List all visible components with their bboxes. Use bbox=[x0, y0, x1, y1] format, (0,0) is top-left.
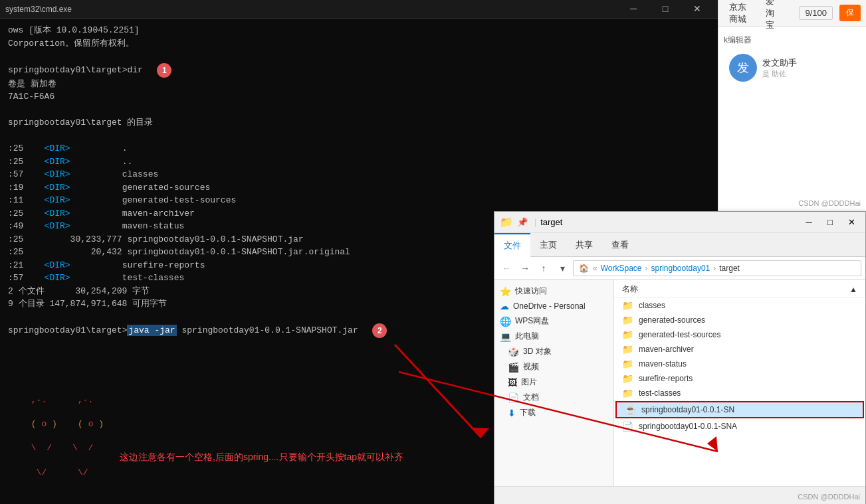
downloads-label: 下载 bbox=[520, 407, 536, 418]
cmd-line-dir-header: springbootday01\target 的目录 bbox=[8, 116, 710, 129]
send-title: 发文助手 bbox=[762, 57, 797, 69]
avatar-label: 发 bbox=[737, 60, 749, 76]
cmd-close-button[interactable]: ✕ bbox=[682, 0, 712, 19]
fe-main: 名称 ▲ 📁 classes 📁 generated-sources 📁 gen… bbox=[614, 280, 865, 486]
fe-address-path[interactable]: 🏠 « WorkSpace › springbootday01 › target bbox=[573, 260, 861, 276]
fe-file-maven-arch[interactable]: 📁 maven-archiver bbox=[614, 342, 865, 357]
cmd-line-1: ows [版本 10.0.19045.2251] bbox=[8, 24, 710, 37]
fe-back-button[interactable]: ← bbox=[498, 260, 514, 276]
dir-tag-3: <DIR> bbox=[45, 169, 70, 179]
fe-path-sep2: › bbox=[645, 264, 648, 273]
fe-sidebar-pictures[interactable]: 🖼 图片 bbox=[494, 375, 613, 390]
jd-tab[interactable]: 京东商城 bbox=[724, 0, 754, 28]
jar-main-icon: ☕ bbox=[625, 404, 636, 415]
fe-file-maven-stat-label: maven-status bbox=[639, 359, 687, 369]
fe-body: ⭐ 快速访问 ☁ OneDrive - Personal 🌐 WPS网盘 💻 此… bbox=[494, 280, 865, 486]
browser-content: k编辑器 发 发文助手 是 助佐 CSDN @DDDDHai bbox=[718, 27, 866, 92]
fe-addressbar: ← → ↑ ▾ 🏠 « WorkSpace › springbootday01 … bbox=[494, 257, 865, 280]
fe-file-gen-test-label: generated-test-sources bbox=[639, 330, 720, 339]
cmd-line-classes: :57 <DIR> classes bbox=[8, 168, 710, 181]
dir-tag-1: <DIR> bbox=[45, 143, 70, 153]
dir-tag-5: <DIR> bbox=[45, 195, 70, 205]
pictures-label: 图片 bbox=[521, 377, 537, 388]
cmd-line-blank2 bbox=[8, 129, 710, 143]
cmd-line-serial: 7A1C-F6A6 bbox=[8, 90, 710, 104]
onedrive-label: OneDrive - Personal bbox=[513, 301, 586, 311]
cmd-titlebar-buttons: ─ □ ✕ bbox=[618, 0, 712, 19]
cmd-line-blank1 bbox=[8, 104, 710, 117]
fe-file-jar-orig[interactable]: 📄 springbootday01-0.0.1-SNA bbox=[614, 419, 865, 434]
cmd-maximize-button[interactable]: □ bbox=[650, 0, 681, 19]
fe-file-classes[interactable]: 📁 classes bbox=[614, 298, 865, 313]
fe-file-gen-test[interactable]: 📁 generated-test-sources bbox=[614, 327, 865, 342]
folder-gen-test-icon: 📁 bbox=[622, 329, 633, 340]
browser-save-button[interactable]: 保 bbox=[839, 5, 861, 21]
cmd-title-text: system32\cmd.exe bbox=[5, 3, 72, 15]
fe-file-gen-src[interactable]: 📁 generated-sources bbox=[614, 313, 865, 327]
fe-file-surefire-label: surefire-reports bbox=[639, 374, 693, 383]
fe-sidebar-computer[interactable]: 💻 此电脑 bbox=[494, 329, 613, 344]
fe-maximize-button[interactable]: □ bbox=[821, 214, 839, 231]
fe-path-target: target bbox=[719, 264, 740, 273]
send-subtitle: 是 助佐 bbox=[762, 69, 797, 79]
quick-access-label: 快速访问 bbox=[515, 286, 547, 297]
fe-column-name: 名称 bbox=[622, 284, 638, 295]
fe-sidebar-3d[interactable]: 🎲 3D 对象 bbox=[494, 344, 613, 359]
jar-orig-icon: 📄 bbox=[622, 421, 633, 432]
fe-close-button[interactable]: ✕ bbox=[843, 214, 860, 231]
fe-file-classes-label: classes bbox=[639, 301, 665, 310]
fe-titlebar: 📁 📌 | target ─ □ ✕ bbox=[494, 212, 865, 233]
fe-file-maven-stat[interactable]: 📁 maven-status bbox=[614, 357, 865, 371]
fe-sidebar: ⭐ 快速访问 ☁ OneDrive - Personal 🌐 WPS网盘 💻 此… bbox=[494, 280, 614, 486]
fe-tab-home[interactable]: 主页 bbox=[530, 233, 566, 257]
3d-label: 3D 对象 bbox=[523, 346, 552, 357]
browser-counter: 9/100 bbox=[799, 6, 833, 20]
fe-path-workspace: WorkSpace bbox=[601, 264, 642, 273]
fe-recent-button[interactable]: ▾ bbox=[554, 260, 570, 276]
fe-sidebar-onedrive[interactable]: ☁ OneDrive - Personal bbox=[494, 299, 613, 313]
fe-sidebar-video[interactable]: 🎬 视频 bbox=[494, 359, 613, 375]
browser-avatar-area: 发 发文助手 是 助佐 bbox=[724, 48, 861, 87]
fe-file-test-cls[interactable]: 📁 test-classes bbox=[614, 386, 865, 400]
fe-file-jar-main[interactable]: ☕ springbootday01-0.0.1-SN bbox=[615, 401, 864, 418]
fe-file-jar-orig-label: springbootday01-0.0.1-SNA bbox=[639, 422, 737, 431]
video-label: 视频 bbox=[523, 361, 539, 373]
browser-editor-label: k编辑器 bbox=[724, 32, 861, 48]
fe-sidebar-documents[interactable]: 📄 文档 bbox=[494, 390, 613, 405]
fe-forward-button[interactable]: → bbox=[517, 260, 533, 276]
video-icon: 🎬 bbox=[508, 362, 519, 373]
fe-tab-share[interactable]: 共享 bbox=[566, 233, 602, 257]
fe-sidebar-quick-access[interactable]: ⭐ 快速访问 bbox=[494, 284, 613, 299]
browser-sidebar: 京东商城 爱淘宝 9/100 保 k编辑器 发 发文助手 是 助佐 CSDN @… bbox=[718, 0, 866, 212]
cmd-line-vol: 卷是 新加卷 bbox=[8, 78, 710, 91]
badge-2: 2 bbox=[372, 323, 387, 338]
fe-tab-file[interactable]: 文件 bbox=[494, 233, 530, 257]
pictures-icon: 🖼 bbox=[508, 377, 517, 388]
cmd-minimize-button[interactable]: ─ bbox=[618, 0, 649, 19]
java-cmd-highlight: java -jar bbox=[127, 325, 176, 336]
fe-sidebar-wps[interactable]: 🌐 WPS网盘 bbox=[494, 313, 613, 329]
cmd-line-3 bbox=[8, 50, 710, 63]
folder-surefire-icon: 📁 bbox=[622, 373, 633, 384]
annotation-text: 这边注意各有一个空格,后面的spring....只要输个开头按tap就可以补齐 bbox=[120, 450, 403, 464]
quick-access-icon: ⭐ bbox=[500, 286, 511, 297]
fe-up-button[interactable]: ↑ bbox=[536, 260, 552, 276]
taobao-tab[interactable]: 爱淘宝 bbox=[760, 0, 786, 34]
cmd-line-gen-src: :19 <DIR> generated-sources bbox=[8, 181, 710, 195]
fe-minimize-button[interactable]: ─ bbox=[800, 214, 817, 231]
fe-file-maven-arch-label: maven-archiver bbox=[639, 345, 694, 354]
fe-column-header: 名称 ▲ bbox=[614, 282, 865, 298]
fe-sidebar-downloads[interactable]: ⬇ 下载 bbox=[494, 405, 613, 420]
fe-file-surefire[interactable]: 📁 surefire-reports bbox=[614, 371, 865, 386]
fe-path-sep1: « bbox=[593, 264, 597, 273]
cmd-line-gen-test: :11 <DIR> generated-test-sources bbox=[8, 194, 710, 207]
fe-tab-view[interactable]: 查看 bbox=[602, 233, 638, 257]
wps-label: WPS网盘 bbox=[515, 315, 549, 327]
cmd-titlebar: system32\cmd.exe ─ □ ✕ bbox=[0, 0, 718, 19]
folder-maven-stat-icon: 📁 bbox=[622, 359, 633, 369]
folder-classes-icon: 📁 bbox=[622, 300, 633, 311]
fe-file-test-cls-label: test-classes bbox=[639, 388, 681, 398]
fe-ribbon: 文件 主页 共享 查看 bbox=[494, 233, 865, 257]
fe-path-sep3: › bbox=[713, 264, 716, 273]
badge-1: 1 bbox=[157, 63, 171, 78]
